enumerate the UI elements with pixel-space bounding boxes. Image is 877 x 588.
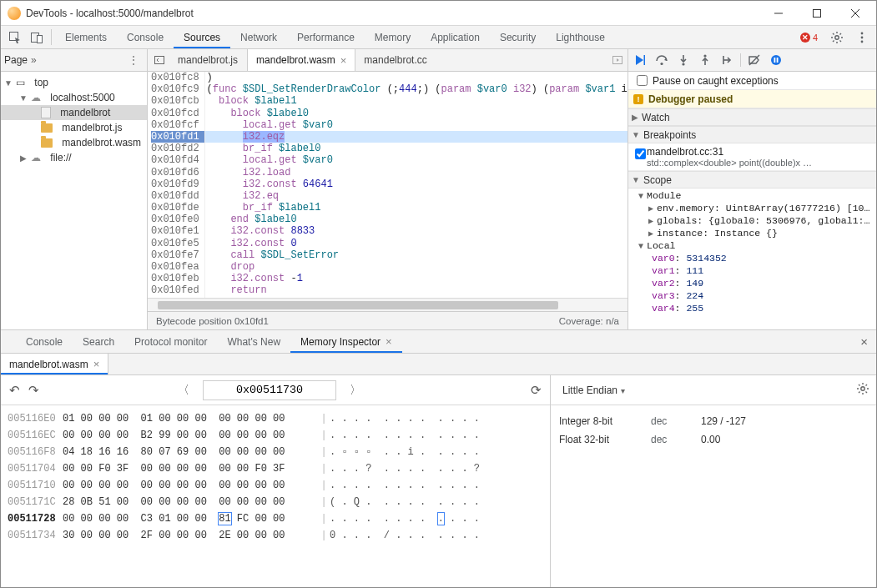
close-tab-icon[interactable]: ×: [340, 54, 347, 67]
window-maximize-button[interactable]: [798, 1, 836, 26]
drawer-tab-memory-inspector[interactable]: Memory Inspector×: [290, 330, 402, 353]
tree-file-scheme[interactable]: file://: [50, 152, 71, 163]
workspace: Page » ⋮ ▼▭ top ▼☁ localhost:5000 mandel…: [1, 49, 876, 330]
svg-point-17: [861, 387, 864, 390]
settings-gear-icon[interactable]: [826, 31, 848, 44]
svg-rect-8: [155, 57, 164, 64]
tab-security[interactable]: Security: [490, 26, 546, 48]
tree-item-mandelbrot-js[interactable]: mandelbrot.js: [1, 120, 147, 135]
value-settings-gear-icon[interactable]: [856, 382, 869, 398]
step-over-icon[interactable]: [653, 52, 670, 68]
address-input[interactable]: [203, 380, 336, 400]
hex-toolbar: ↶ ↷ 〈 〉 ⟳: [1, 375, 550, 405]
tree-item-mandelbrot-wasm[interactable]: mandelbrot.wasm: [1, 135, 147, 150]
close-drawer-tab-icon[interactable]: ×: [386, 335, 392, 348]
drawer-tab-console[interactable]: Console: [16, 330, 73, 353]
tab-memory[interactable]: Memory: [365, 26, 421, 48]
svg-point-6: [861, 36, 864, 38]
history-back-icon[interactable]: [149, 49, 169, 71]
resume-icon[interactable]: [632, 52, 648, 68]
refresh-icon[interactable]: ⟳: [531, 383, 542, 398]
tab-application[interactable]: Application: [421, 26, 490, 48]
source-tab-bar: mandelbrot.js mandelbrot.wasm× mandelbro…: [148, 49, 628, 72]
value-panel: Little Endian Integer 8-bitdec129 / -127…: [551, 375, 876, 587]
bytecode-position: Bytecode position 0x10fd1: [156, 316, 269, 326]
tab-console[interactable]: Console: [117, 26, 174, 48]
scope-globals[interactable]: globals: {global0: 5306976, global1: 65…: [657, 215, 876, 226]
toolbar-separator: [51, 29, 52, 45]
tab-performance[interactable]: Performance: [287, 26, 365, 48]
scope-tree[interactable]: ▼Module ▶env.memory: Uint8Array(16777216…: [628, 188, 876, 315]
tree-item-mandelbrot[interactable]: mandelbrot: [1, 105, 147, 120]
frame-top-icon: ▭: [16, 77, 25, 88]
breakpoint-checkbox[interactable]: [635, 148, 646, 159]
drawer-close-icon[interactable]: ×: [852, 330, 876, 353]
drawer-tab-search[interactable]: Search: [73, 330, 124, 353]
history-redo-icon[interactable]: ↷: [28, 383, 39, 398]
file-tab-mandelbrot-wasm[interactable]: mandelbrot.wasm×: [247, 49, 355, 71]
run-snippet-icon[interactable]: [607, 49, 628, 71]
pause-on-exceptions-icon[interactable]: [768, 52, 784, 68]
drawer-tab-whats-new[interactable]: What's New: [217, 330, 290, 353]
inspect-element-icon[interactable]: [4, 26, 26, 48]
file-icon: [41, 107, 51, 118]
deactivate-breakpoints-icon[interactable]: [746, 52, 763, 68]
tree-origin[interactable]: localhost:5000: [50, 92, 114, 103]
breakpoint-title: mandelbrot.cc:31: [647, 146, 871, 158]
svg-point-12: [682, 63, 684, 65]
devtools-logo-icon: [8, 7, 21, 20]
navigator-panel: Page » ⋮ ▼▭ top ▼☁ localhost:5000 mandel…: [1, 49, 148, 329]
debugger-toolbar: [628, 49, 876, 72]
breakpoints-section-header[interactable]: ▼Breakpoints: [628, 126, 876, 143]
scope-section-header[interactable]: ▼Scope: [628, 171, 876, 188]
tab-elements[interactable]: Elements: [55, 26, 117, 48]
svg-rect-10: [644, 55, 646, 65]
pause-on-caught-checkbox[interactable]: [637, 75, 648, 86]
warning-icon: !: [633, 94, 643, 104]
horizontal-scrollbar[interactable]: [148, 298, 628, 311]
svg-rect-0: [814, 9, 821, 17]
file-tab-mandelbrot-cc[interactable]: mandelbrot.cc: [355, 49, 436, 71]
breakpoint-entry[interactable]: mandelbrot.cc:31 std::complex<double> po…: [628, 143, 876, 171]
svg-point-14: [771, 55, 781, 65]
kebab-menu-icon[interactable]: [851, 31, 873, 44]
value-inspector: Integer 8-bitdec129 / -127Float 32-bitde…: [551, 405, 876, 455]
device-toolbar-icon[interactable]: [26, 26, 48, 48]
step-icon[interactable]: [718, 52, 735, 68]
address-next-icon[interactable]: 〉: [345, 383, 366, 398]
tree-top[interactable]: top: [34, 77, 48, 88]
navigator-menu-icon[interactable]: ⋮: [123, 54, 144, 66]
address-prev-icon[interactable]: 〈: [173, 383, 194, 398]
endianness-select[interactable]: Little Endian: [557, 381, 638, 400]
svg-rect-3: [38, 35, 43, 43]
svg-point-5: [861, 32, 864, 34]
debugger-paused-banner: ! Debugger paused: [628, 90, 876, 108]
navigator-more-tabs-icon[interactable]: »: [31, 54, 37, 66]
memory-file-tab[interactable]: mandelbrot.wasm×: [1, 354, 108, 374]
watch-section-header[interactable]: ▶Watch: [628, 108, 876, 126]
hex-grid[interactable]: 005116E001 00 00 00 01 00 00 00 00 00 00…: [1, 405, 550, 587]
titlebar: DevTools - localhost:5000/mandelbrot: [1, 1, 876, 26]
tab-lighthouse[interactable]: Lighthouse: [546, 26, 615, 48]
window-minimize-button[interactable]: [759, 1, 798, 26]
source-editor[interactable]: 0x010fc80x010fc90x010fcb0x010fcd0x010fcf…: [148, 72, 628, 298]
scope-instance[interactable]: instance: Instance {}: [657, 228, 778, 239]
scope-env-memory[interactable]: env.memory: Uint8Array(16777216) [101, …: [657, 203, 876, 214]
close-file-tab-icon[interactable]: ×: [93, 358, 100, 370]
tab-sources[interactable]: Sources: [174, 26, 230, 48]
drawer-tab-protocol-monitor[interactable]: Protocol monitor: [124, 330, 217, 353]
error-badge[interactable]: ✕4: [795, 33, 823, 43]
cloud-icon: ☁: [31, 92, 41, 103]
file-tab-mandelbrot-js[interactable]: mandelbrot.js: [169, 49, 247, 71]
main-toolbar: Elements Console Sources Network Perform…: [1, 26, 876, 49]
history-undo-icon[interactable]: ↶: [9, 383, 20, 398]
main-tabs: Elements Console Sources Network Perform…: [55, 26, 795, 48]
step-out-icon[interactable]: [697, 52, 713, 68]
tab-network[interactable]: Network: [230, 26, 287, 48]
navigator-tab-page[interactable]: Page: [4, 54, 28, 66]
navigator-tree[interactable]: ▼▭ top ▼☁ localhost:5000 mandelbrot mand…: [1, 72, 147, 168]
source-status-bar: Bytecode position 0x10fd1 Coverage: n/a: [148, 311, 628, 329]
window-close-button[interactable]: [836, 1, 874, 26]
step-into-icon[interactable]: [675, 52, 692, 68]
pause-on-caught-row[interactable]: Pause on caught exceptions: [628, 72, 876, 90]
